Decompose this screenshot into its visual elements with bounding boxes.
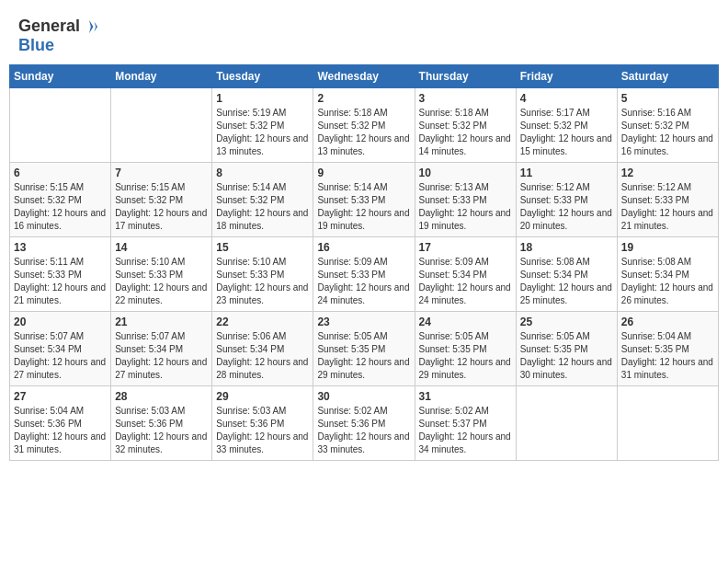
- day-number: 10: [419, 167, 512, 179]
- week-row-3: 13Sunrise: 5:11 AM Sunset: 5:33 PM Dayli…: [10, 237, 719, 312]
- day-cell: 13Sunrise: 5:11 AM Sunset: 5:33 PM Dayli…: [10, 237, 111, 312]
- cell-content: Sunrise: 5:12 AM Sunset: 5:33 PM Dayligh…: [621, 181, 714, 233]
- day-cell: 28Sunrise: 5:03 AM Sunset: 5:36 PM Dayli…: [111, 386, 212, 461]
- day-cell: 30Sunrise: 5:02 AM Sunset: 5:36 PM Dayli…: [313, 386, 415, 461]
- day-cell: [617, 386, 718, 461]
- day-cell: 19Sunrise: 5:08 AM Sunset: 5:34 PM Dayli…: [617, 237, 718, 312]
- cell-content: Sunrise: 5:15 AM Sunset: 5:32 PM Dayligh…: [115, 181, 208, 233]
- page-header: General Blue: [9, 9, 719, 61]
- cell-content: Sunrise: 5:10 AM Sunset: 5:33 PM Dayligh…: [115, 256, 208, 307]
- week-row-2: 6Sunrise: 5:15 AM Sunset: 5:32 PM Daylig…: [10, 163, 719, 237]
- header-monday: Monday: [111, 65, 212, 88]
- cell-content: Sunrise: 5:04 AM Sunset: 5:36 PM Dayligh…: [14, 405, 107, 456]
- cell-content: Sunrise: 5:07 AM Sunset: 5:34 PM Dayligh…: [115, 330, 208, 382]
- cell-content: Sunrise: 5:15 AM Sunset: 5:32 PM Dayligh…: [14, 181, 107, 233]
- cell-content: Sunrise: 5:17 AM Sunset: 5:32 PM Dayligh…: [520, 107, 613, 158]
- day-cell: 2Sunrise: 5:18 AM Sunset: 5:32 PM Daylig…: [313, 88, 415, 163]
- day-number: 21: [115, 316, 208, 328]
- day-cell: 8Sunrise: 5:14 AM Sunset: 5:32 PM Daylig…: [212, 163, 313, 237]
- day-cell: 4Sunrise: 5:17 AM Sunset: 5:32 PM Daylig…: [516, 88, 617, 163]
- cell-content: Sunrise: 5:08 AM Sunset: 5:34 PM Dayligh…: [621, 256, 714, 307]
- day-number: 16: [317, 241, 410, 254]
- day-number: 1: [216, 92, 309, 105]
- day-cell: 9Sunrise: 5:14 AM Sunset: 5:33 PM Daylig…: [313, 163, 415, 237]
- day-cell: [516, 386, 617, 461]
- day-cell: 3Sunrise: 5:18 AM Sunset: 5:32 PM Daylig…: [415, 88, 516, 163]
- day-number: 31: [419, 390, 512, 403]
- week-row-1: 1Sunrise: 5:19 AM Sunset: 5:32 PM Daylig…: [10, 88, 719, 163]
- day-cell: 11Sunrise: 5:12 AM Sunset: 5:33 PM Dayli…: [516, 163, 617, 237]
- cell-content: Sunrise: 5:10 AM Sunset: 5:33 PM Dayligh…: [216, 256, 309, 307]
- day-number: 25: [520, 316, 613, 328]
- cell-content: Sunrise: 5:14 AM Sunset: 5:32 PM Dayligh…: [216, 181, 309, 233]
- header-saturday: Saturday: [617, 65, 718, 88]
- day-number: 13: [14, 241, 107, 254]
- day-number: 19: [621, 241, 714, 254]
- day-cell: 14Sunrise: 5:10 AM Sunset: 5:33 PM Dayli…: [111, 237, 212, 312]
- cell-content: Sunrise: 5:03 AM Sunset: 5:36 PM Dayligh…: [115, 405, 208, 456]
- day-number: 28: [115, 390, 208, 403]
- day-number: 22: [216, 316, 309, 328]
- day-number: 8: [216, 167, 309, 179]
- cell-content: Sunrise: 5:13 AM Sunset: 5:33 PM Dayligh…: [419, 181, 512, 233]
- day-number: 2: [317, 92, 410, 105]
- cell-content: Sunrise: 5:18 AM Sunset: 5:32 PM Dayligh…: [419, 107, 512, 158]
- calendar-header-row: SundayMondayTuesdayWednesdayThursdayFrid…: [10, 65, 719, 88]
- day-number: 29: [216, 390, 309, 403]
- cell-content: Sunrise: 5:16 AM Sunset: 5:32 PM Dayligh…: [621, 107, 714, 158]
- cell-content: Sunrise: 5:02 AM Sunset: 5:36 PM Dayligh…: [317, 405, 410, 456]
- svg-marker-0: [94, 21, 97, 31]
- day-cell: 18Sunrise: 5:08 AM Sunset: 5:34 PM Dayli…: [516, 237, 617, 312]
- cell-content: Sunrise: 5:09 AM Sunset: 5:33 PM Dayligh…: [317, 256, 410, 307]
- cell-content: Sunrise: 5:12 AM Sunset: 5:33 PM Dayligh…: [520, 181, 613, 233]
- day-number: 27: [14, 390, 107, 403]
- logo-blue-text: Blue: [18, 36, 97, 55]
- day-number: 15: [216, 241, 309, 254]
- day-number: 30: [317, 390, 410, 403]
- day-cell: 12Sunrise: 5:12 AM Sunset: 5:33 PM Dayli…: [617, 163, 718, 237]
- logo: General Blue: [18, 17, 97, 55]
- day-cell: 10Sunrise: 5:13 AM Sunset: 5:33 PM Dayli…: [415, 163, 516, 237]
- day-number: 20: [14, 316, 107, 328]
- day-number: 11: [520, 167, 613, 179]
- day-cell: 20Sunrise: 5:07 AM Sunset: 5:34 PM Dayli…: [10, 312, 111, 386]
- day-number: 7: [115, 167, 208, 179]
- header-tuesday: Tuesday: [212, 65, 313, 88]
- week-row-4: 20Sunrise: 5:07 AM Sunset: 5:34 PM Dayli…: [10, 312, 719, 386]
- day-number: 17: [419, 241, 512, 254]
- day-number: 6: [14, 167, 107, 179]
- day-number: 18: [520, 241, 613, 254]
- cell-content: Sunrise: 5:07 AM Sunset: 5:34 PM Dayligh…: [14, 330, 107, 382]
- day-number: 24: [419, 316, 512, 328]
- header-friday: Friday: [516, 65, 617, 88]
- cell-content: Sunrise: 5:05 AM Sunset: 5:35 PM Dayligh…: [317, 330, 410, 382]
- day-number: 26: [621, 316, 714, 328]
- day-number: 9: [317, 167, 410, 179]
- week-row-5: 27Sunrise: 5:04 AM Sunset: 5:36 PM Dayli…: [10, 386, 719, 461]
- day-cell: 17Sunrise: 5:09 AM Sunset: 5:34 PM Dayli…: [415, 237, 516, 312]
- cell-content: Sunrise: 5:05 AM Sunset: 5:35 PM Dayligh…: [520, 330, 613, 382]
- cell-content: Sunrise: 5:19 AM Sunset: 5:32 PM Dayligh…: [216, 107, 309, 158]
- day-cell: 29Sunrise: 5:03 AM Sunset: 5:36 PM Dayli…: [212, 386, 313, 461]
- header-sunday: Sunday: [10, 65, 111, 88]
- day-cell: 6Sunrise: 5:15 AM Sunset: 5:32 PM Daylig…: [10, 163, 111, 237]
- day-number: 12: [621, 167, 714, 179]
- cell-content: Sunrise: 5:18 AM Sunset: 5:32 PM Dayligh…: [317, 107, 410, 158]
- cell-content: Sunrise: 5:14 AM Sunset: 5:33 PM Dayligh…: [317, 181, 410, 233]
- day-number: 23: [317, 316, 410, 328]
- svg-marker-1: [89, 19, 94, 32]
- day-cell: 21Sunrise: 5:07 AM Sunset: 5:34 PM Dayli…: [111, 312, 212, 386]
- day-cell: 7Sunrise: 5:15 AM Sunset: 5:32 PM Daylig…: [111, 163, 212, 237]
- cell-content: Sunrise: 5:04 AM Sunset: 5:35 PM Dayligh…: [621, 330, 714, 382]
- day-number: 5: [621, 92, 714, 105]
- day-cell: 16Sunrise: 5:09 AM Sunset: 5:33 PM Dayli…: [313, 237, 415, 312]
- header-wednesday: Wednesday: [313, 65, 415, 88]
- day-cell: 23Sunrise: 5:05 AM Sunset: 5:35 PM Dayli…: [313, 312, 415, 386]
- day-cell: 15Sunrise: 5:10 AM Sunset: 5:33 PM Dayli…: [212, 237, 313, 312]
- cell-content: Sunrise: 5:08 AM Sunset: 5:34 PM Dayligh…: [520, 256, 613, 307]
- header-thursday: Thursday: [415, 65, 516, 88]
- cell-content: Sunrise: 5:11 AM Sunset: 5:33 PM Dayligh…: [14, 256, 107, 307]
- logo-icon: [81, 18, 97, 35]
- logo-general-text: General: [18, 17, 80, 36]
- cell-content: Sunrise: 5:02 AM Sunset: 5:37 PM Dayligh…: [419, 405, 512, 456]
